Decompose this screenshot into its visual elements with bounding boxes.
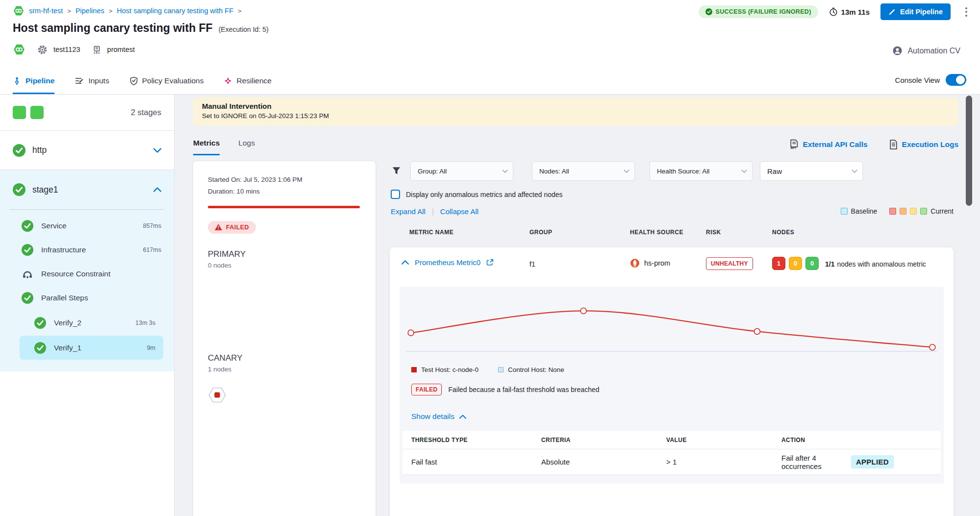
stage1-block: stage1 Service 857ms Infrastructure 617m… — [0, 170, 174, 371]
anomalous-only-checkbox[interactable] — [391, 190, 400, 199]
applied-badge: APPLIED — [851, 455, 894, 468]
metric-detail-panel: Test Host: c-node-0 Control Host: None F… — [400, 287, 944, 484]
col-criteria: CRITERIA — [541, 437, 666, 443]
verification-status-badge: FAILED — [208, 221, 256, 234]
canary-nodes-count: 1 nodes — [208, 366, 361, 373]
document-icon — [889, 140, 898, 149]
node-chip-unhealthy: 1 — [772, 257, 785, 270]
collapse-chevron-icon[interactable] — [402, 260, 409, 265]
health-source-filter-dropdown[interactable]: Health Source: All — [650, 161, 753, 181]
vertical-scrollbar-thumb[interactable] — [966, 96, 972, 206]
tab-metrics[interactable]: Metrics — [193, 139, 220, 155]
node-chip-healthy: 0 — [805, 257, 819, 270]
metrics-table-header: METRIC NAME GROUP HEALTH SOURCE RISK NOD… — [390, 229, 954, 239]
main-tabbar: Pipeline Inputs Policy Evaluations Resil… — [0, 67, 980, 95]
metrics-logs-tabbar: Metrics Logs API External API Calls Exec… — [193, 134, 958, 155]
success-check-icon — [34, 317, 46, 329]
group-filter-dropdown[interactable]: Group: All — [410, 161, 513, 181]
sidebar-stage-http[interactable]: http — [0, 131, 174, 170]
health-source-name[interactable]: promtest — [107, 46, 135, 53]
tab-pipeline[interactable]: Pipeline — [13, 67, 54, 94]
tab-inputs[interactable]: Inputs — [75, 67, 109, 94]
tab-policy-evaluations[interactable]: Policy Evaluations — [130, 67, 204, 94]
chart-color-legend: Baseline Current — [841, 207, 954, 215]
expand-all-link[interactable]: Expand All — [391, 207, 426, 216]
external-api-calls-link[interactable]: API External API Calls — [789, 139, 868, 149]
breadcrumb-separator: > — [238, 7, 242, 15]
stage-square-icon — [30, 106, 44, 119]
sidebar-step-resource-constraint[interactable]: Resource Constraint — [0, 262, 174, 286]
primary-nodes-count: 0 nodes — [208, 262, 361, 269]
more-options-button[interactable] — [961, 4, 971, 20]
metric-row[interactable]: Prometheus Metric0 f1 hs-prom UNHEALTHY … — [390, 247, 954, 280]
breadcrumb-project[interactable]: srm-hf-test — [29, 7, 63, 15]
sidebar-step-verify2[interactable]: Verify_2 13m 3s — [20, 311, 163, 335]
breadcrumb-pipelines[interactable]: Pipelines — [75, 7, 104, 15]
control-host-label: Control Host: None — [508, 366, 564, 373]
service-name[interactable]: test1123 — [53, 46, 80, 53]
metric-card: Prometheus Metric0 f1 hs-prom UNHEALTHY … — [390, 247, 954, 516]
stage-count-label: 2 stages — [131, 108, 161, 117]
metric-name-link[interactable]: Prometheus Metric0 — [415, 258, 480, 267]
step-duration: 9m — [147, 344, 155, 351]
success-check-icon — [13, 144, 25, 157]
status-badge: SUCCESS (FAILURE IGNORED) — [699, 5, 818, 18]
col-action: ACTION — [781, 437, 805, 443]
edit-pipeline-button[interactable]: Edit Pipeline — [880, 3, 951, 20]
execution-logs-link[interactable]: Execution Logs — [889, 139, 958, 149]
value: > 1 — [666, 458, 781, 466]
current-swatch-yellow — [910, 208, 917, 215]
node-chip-warning: 0 — [789, 257, 802, 270]
view-mode-dropdown[interactable]: Raw — [760, 161, 863, 181]
anomalous-only-label: Display only anomalous metrics and affec… — [406, 191, 563, 198]
breadcrumb-pipeline-name[interactable]: Host sampling canary testing with FF — [117, 7, 233, 15]
col-threshold-type: THRESHOLD TYPE — [411, 437, 541, 443]
user-name: Automation CV — [907, 47, 960, 55]
chevron-up-icon — [459, 415, 466, 419]
console-view-toggle[interactable] — [946, 74, 966, 86]
sidebar-stage-stage1[interactable]: stage1 — [0, 170, 174, 209]
sidebar-step-verify1[interactable]: Verify_1 9m — [20, 336, 163, 360]
stage-count-header: 2 stages — [0, 95, 174, 131]
external-link-icon[interactable] — [486, 259, 494, 266]
control-host-swatch — [498, 367, 503, 372]
user-chip[interactable]: Automation CV — [892, 46, 960, 56]
check-circle-icon — [705, 8, 712, 15]
show-details-link[interactable]: Show details — [411, 412, 466, 421]
step-duration: 857ms — [143, 222, 161, 229]
sidebar-step-service[interactable]: Service 857ms — [0, 214, 174, 238]
current-swatch-green — [920, 208, 927, 215]
threshold-details-table: THRESHOLD TYPE CRITERIA VALUE ACTION Fai… — [402, 431, 941, 475]
step-duration: 617ms — [143, 246, 161, 253]
srm-module-icon — [13, 5, 25, 17]
success-check-icon — [34, 342, 46, 354]
user-icon — [892, 46, 903, 56]
stage-square-icon — [13, 106, 26, 119]
manual-intervention-banner: Manual Intervention Set to IGNORE on 05-… — [193, 98, 958, 126]
success-check-icon — [22, 244, 33, 256]
nodes-filter-dropdown[interactable]: Nodes: All — [532, 161, 635, 181]
metric-group: f1 — [529, 260, 535, 268]
sidebar-step-parallel-steps[interactable]: Parallel Steps — [0, 286, 174, 310]
srm-module-icon — [13, 43, 25, 56]
page-title: Host sampling canary testing with FF — [13, 22, 213, 35]
elapsed-time: 13m 11s — [829, 7, 870, 16]
tab-resilience[interactable]: Resilience — [224, 67, 272, 94]
canary-node-icon[interactable] — [208, 386, 226, 404]
current-swatch-orange — [900, 208, 906, 215]
started-on: Started On: Jul 5, 2023 1:06 PM — [208, 174, 361, 186]
execution-summary-card: Started On: Jul 5, 2023 1:06 PM Duration… — [193, 161, 376, 516]
divider — [10, 209, 164, 210]
filter-icon — [392, 166, 401, 175]
primary-label: PRIMARY — [208, 249, 361, 259]
col-risk: RISK — [706, 229, 721, 236]
success-check-icon — [22, 292, 33, 304]
canary-label: CANARY — [208, 353, 361, 363]
tab-logs[interactable]: Logs — [238, 139, 255, 155]
collapse-all-link[interactable]: Collapse All — [440, 207, 478, 216]
chevron-down-icon — [153, 148, 161, 153]
baseline-swatch — [841, 208, 848, 215]
current-label: Current — [930, 207, 954, 215]
sidebar-step-infrastructure[interactable]: Infrastructure 617ms — [0, 238, 174, 262]
metric-health-source: hs-prom — [644, 259, 670, 267]
